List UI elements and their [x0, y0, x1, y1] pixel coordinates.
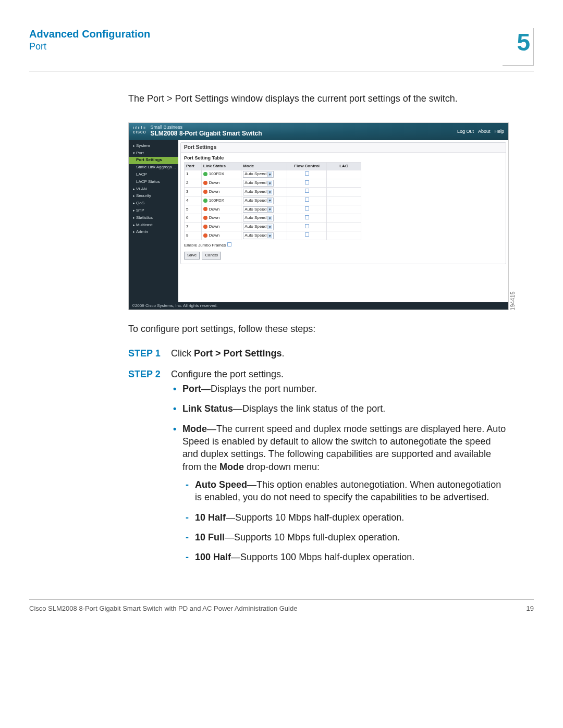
app-footer: ©2009 Cisco Systems, Inc. All rights res…: [129, 302, 508, 310]
header-subtitle: Port: [29, 41, 150, 52]
cell-port: 4: [185, 196, 202, 205]
flow-control-checkbox[interactable]: [305, 224, 309, 228]
flow-control-checkbox[interactable]: [305, 198, 309, 202]
mode-dropdown[interactable]: Auto Speed▾: [243, 198, 274, 204]
step-2-body: Configure the port settings. Port—Displa…: [171, 368, 509, 571]
cell-mode: Auto Speed▾: [241, 231, 287, 240]
table-row: 7DownAuto Speed▾: [185, 223, 361, 231]
column-header: Link Status: [201, 163, 241, 170]
table-row: 8DownAuto Speed▾: [185, 231, 361, 240]
mode-dropdown[interactable]: Auto Speed▾: [243, 224, 274, 230]
cell-link-status: 100FDX: [201, 196, 241, 205]
header-title: Advanced Configuration: [29, 28, 150, 40]
mode-dropdown[interactable]: Auto Speed▾: [243, 189, 274, 195]
flow-control-checkbox[interactable]: [305, 232, 309, 237]
status-down-icon: [203, 233, 207, 238]
cell-link-status: Down: [201, 179, 241, 188]
help-link[interactable]: Help: [494, 128, 504, 134]
chevron-down-icon: ▾: [267, 233, 272, 238]
cancel-button[interactable]: Cancel: [202, 252, 221, 260]
nav-item[interactable]: Static Link Aggregation: [129, 164, 178, 171]
flow-control-checkbox[interactable]: [305, 180, 309, 184]
header-links: Log Out About Help: [457, 128, 504, 134]
status-down-icon: [203, 181, 207, 185]
nav-item[interactable]: VLAN: [129, 186, 178, 193]
nav-item[interactable]: System: [129, 142, 178, 150]
save-button[interactable]: Save: [184, 252, 200, 260]
cell-port: 5: [185, 205, 202, 214]
nav-item[interactable]: Statistics: [129, 214, 178, 221]
figure-id: 194415: [509, 291, 517, 310]
steps-block: STEP 1 Click Port > Port Settings. STEP …: [128, 347, 509, 571]
chevron-down-icon: ▾: [267, 225, 272, 229]
status-up-icon: [203, 172, 207, 176]
jumbo-frames-checkbox[interactable]: [227, 242, 231, 246]
mode-dropdown[interactable]: Auto Speed▾: [243, 206, 274, 213]
app-header: ıılıılıı cisco Small Business SLM2008 8-…: [129, 123, 508, 140]
cell-mode: Auto Speed▾: [241, 214, 287, 223]
chevron-down-icon: ▾: [267, 216, 272, 220]
flow-control-checkbox[interactable]: [305, 171, 309, 176]
cell-port: 6: [185, 214, 202, 223]
status-up-icon: [203, 199, 207, 203]
nav-item[interactable]: Port: [129, 150, 178, 157]
screenshot-figure: ıılıılıı cisco Small Business SLM2008 8-…: [128, 122, 509, 310]
cisco-logo: ıılıılıı cisco: [133, 126, 146, 134]
table-row: 4100FDXAuto Speed▾: [185, 196, 361, 205]
about-link[interactable]: About: [478, 128, 491, 134]
step-1-label: STEP 1: [128, 347, 165, 360]
cell-link-status: 100FDX: [201, 170, 241, 179]
list-item: Auto Speed—This option enables autonegot…: [182, 478, 509, 504]
logout-link[interactable]: Log Out: [457, 128, 474, 134]
flow-control-checkbox[interactable]: [305, 189, 309, 193]
list-item: Mode—The current speed and duplex mode s…: [171, 423, 509, 564]
cell-flow-control: [287, 179, 327, 188]
status-down-icon: [203, 190, 207, 194]
cell-flow-control: [287, 223, 327, 231]
status-down-icon: [203, 207, 207, 211]
device-title: SLM2008 8-Port Gigabit Smart Switch: [151, 130, 262, 137]
flow-control-checkbox[interactable]: [305, 206, 309, 211]
nav-item[interactable]: Security: [129, 193, 178, 200]
chevron-down-icon: ▾: [267, 207, 272, 212]
cell-port: 8: [185, 231, 202, 240]
cell-port: 7: [185, 223, 202, 231]
page-header: Advanced Configuration Port 5: [29, 28, 534, 66]
flow-control-checkbox[interactable]: [305, 215, 309, 219]
port-setting-table: PortLink StatusModeFlow ControlLAG 1100F…: [184, 162, 361, 240]
nav-item[interactable]: Multicast: [129, 221, 178, 229]
step-1-body: Click Port > Port Settings.: [171, 347, 509, 360]
table-title: Port Setting Table: [184, 155, 503, 161]
chevron-down-icon: ▾: [267, 190, 272, 194]
cell-lag: [327, 170, 361, 179]
cell-port: 3: [185, 188, 202, 196]
mode-dropdown[interactable]: Auto Speed▾: [243, 171, 274, 178]
cell-lag: [327, 214, 361, 223]
chapter-number: 5: [517, 29, 530, 56]
nav-item[interactable]: LACP Status: [129, 178, 178, 186]
cell-link-status: Down: [201, 223, 241, 231]
table-row: 3DownAuto Speed▾: [185, 188, 361, 196]
nav-item[interactable]: STP: [129, 207, 178, 215]
cell-link-status: Down: [201, 188, 241, 196]
table-row: 5DownAuto Speed▾: [185, 205, 361, 214]
cell-flow-control: [287, 170, 327, 179]
list-item: 100 Half—Supports 100 Mbps half-duplex o…: [182, 551, 509, 563]
cell-port: 2: [185, 179, 202, 188]
cell-mode: Auto Speed▾: [241, 188, 287, 196]
list-item: Link Status—Displays the link status of …: [171, 402, 509, 415]
nav-item[interactable]: QoS: [129, 200, 178, 207]
mode-dropdown[interactable]: Auto Speed▾: [243, 232, 274, 239]
step-2-label: STEP 2: [128, 368, 165, 571]
chevron-down-icon: ▾: [267, 181, 272, 186]
column-header: Port: [185, 163, 202, 170]
list-item: Port—Displays the port number.: [171, 382, 509, 395]
chapter-number-box: 5: [503, 28, 534, 66]
column-header: Flow Control: [287, 163, 327, 170]
mode-dropdown[interactable]: Auto Speed▾: [243, 180, 274, 187]
nav-item[interactable]: LACP: [129, 171, 178, 179]
page-footer: Cisco SLM2008 8-Port Gigabit Smart Switc…: [29, 604, 534, 612]
mode-dropdown[interactable]: Auto Speed▾: [243, 215, 274, 221]
nav-item[interactable]: Port Settings: [129, 157, 178, 164]
nav-item[interactable]: Admin: [129, 229, 178, 236]
